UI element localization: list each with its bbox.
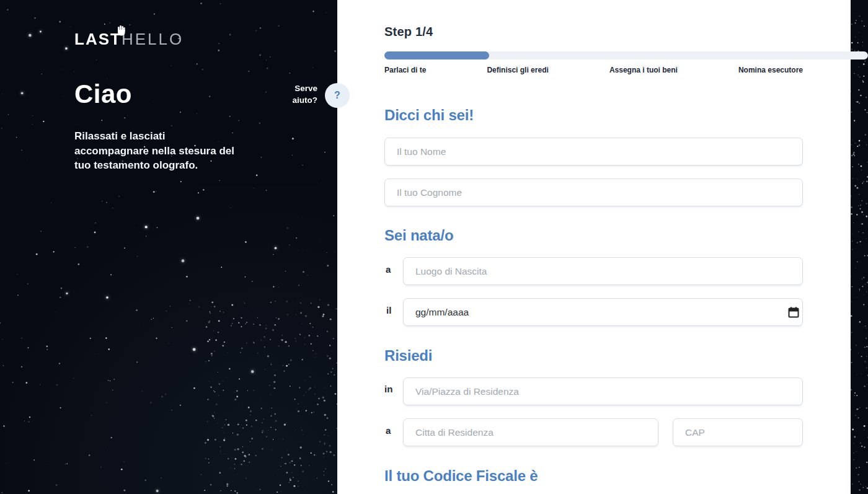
form-panel: Step 1/4 Parlaci di te Definisci gli ere… [337,0,851,494]
residence-section-heading: Risiedi [384,347,432,364]
hand-icon [117,25,125,36]
step-title: Step 1/4 [384,25,433,39]
birth-date-input[interactable] [403,298,803,326]
step-label-nomina-esecutore: Nomina esecutore [738,66,803,74]
logo-text-bold: LAST [74,30,122,48]
brand-logo: LASTHELLO [74,30,184,49]
last-name-input[interactable] [384,179,803,206]
logo-text-light: HELLO [122,30,184,48]
residence-city-label: a [386,425,391,436]
progress-bar-track [384,51,868,60]
birth-place-input[interactable] [403,257,803,285]
wizard-steps: Parlaci di te Definisci gli eredi Assegn… [384,66,803,74]
step-label-assegna-i-tuoi-beni: Assegna i tuoi beni [609,66,678,74]
birth-place-label: a [386,264,391,275]
birth-section-heading: Sei nata/o [384,227,453,244]
residence-city-input[interactable] [403,418,658,446]
question-mark-icon: ? [334,90,340,101]
identity-section-heading: Dicci chi sei! [384,107,474,124]
residence-street-label: in [384,384,392,394]
calendar-icon[interactable] [788,307,799,318]
residence-cap-input[interactable] [673,418,803,446]
greeting-heading: Ciao [74,79,132,109]
left-panel: LASTHELLO Ciao Rilassati e lasciati acco… [0,0,337,494]
progress-bar-fill [384,51,489,60]
birth-date-label: il [386,305,391,315]
help-label-line2: aiuto? [265,94,317,106]
help-button[interactable]: ? [325,83,350,108]
page: LASTHELLO Ciao Rilassati e lasciati acco… [0,0,868,494]
help-label-line1: Serve [265,82,317,94]
step-label-definisci-gli-eredi: Definisci gli eredi [487,66,548,74]
step-label-parlaci-di-te: Parlaci di te [384,66,426,74]
intro-description: Rilassati e lasciati accompagnare nella … [74,129,241,173]
residence-street-input[interactable] [403,377,803,405]
first-name-input[interactable] [384,138,803,165]
help-label: Serve aiuto? [265,82,317,106]
fiscal-code-section-heading: Il tuo Codice Fiscale è [384,467,538,485]
